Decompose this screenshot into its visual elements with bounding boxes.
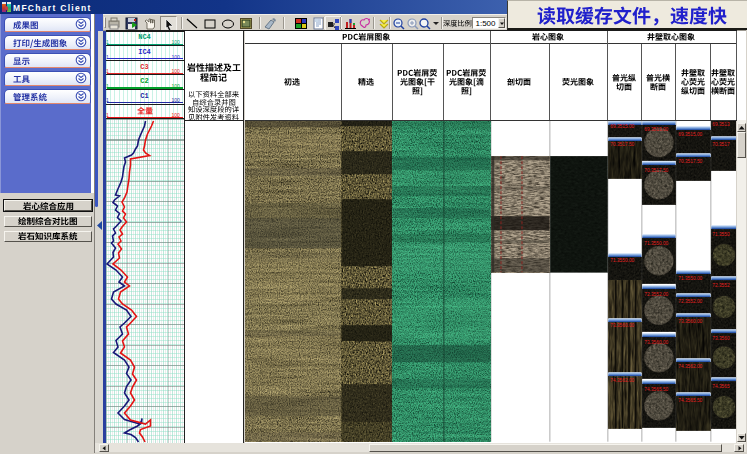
svg-text:70.3517.50: 70.3517.50 bbox=[610, 142, 634, 147]
svg-text:70.3517: 70.3517 bbox=[712, 141, 730, 146]
svg-text:73.3560.00: 73.3560.00 bbox=[610, 323, 634, 328]
svg-text:72.3552.00: 72.3552.00 bbox=[678, 298, 702, 303]
svg-text:73.3560.00: 73.3560.00 bbox=[644, 339, 668, 344]
svg-text:69.3513: 69.3513 bbox=[712, 122, 730, 127]
svg-text:74.3562.00: 74.3562.00 bbox=[610, 377, 634, 382]
svg-text:74.3562.00: 74.3562.00 bbox=[678, 363, 702, 368]
svg-text:72.3552: 72.3552 bbox=[712, 283, 730, 288]
svg-text:71.3550.00: 71.3550.00 bbox=[610, 258, 634, 263]
svg-text:71.3550: 71.3550 bbox=[712, 232, 730, 237]
svg-text:74.3565.50: 74.3565.50 bbox=[678, 397, 702, 402]
svg-text:71.3550.00: 71.3550.00 bbox=[678, 275, 702, 280]
svg-text:71.3550.00: 71.3550.00 bbox=[644, 240, 668, 245]
svg-text:69.3515.00: 69.3515.00 bbox=[610, 124, 634, 129]
svg-text:73.3560.00: 73.3560.00 bbox=[678, 318, 702, 323]
svg-text:74.3565.50: 74.3565.50 bbox=[644, 386, 668, 391]
svg-text:70.3517.50: 70.3517.50 bbox=[678, 158, 702, 163]
svg-text:72.3552.00: 72.3552.00 bbox=[644, 291, 668, 296]
svg-text:73.3560: 73.3560 bbox=[712, 336, 730, 341]
svg-text:74.3565: 74.3565 bbox=[712, 384, 730, 389]
svg-text:69.3513.00: 69.3513.00 bbox=[644, 127, 668, 132]
svg-text:69.3515.00: 69.3515.00 bbox=[678, 131, 702, 136]
svg-text:70.3517.50: 70.3517.50 bbox=[644, 167, 668, 172]
